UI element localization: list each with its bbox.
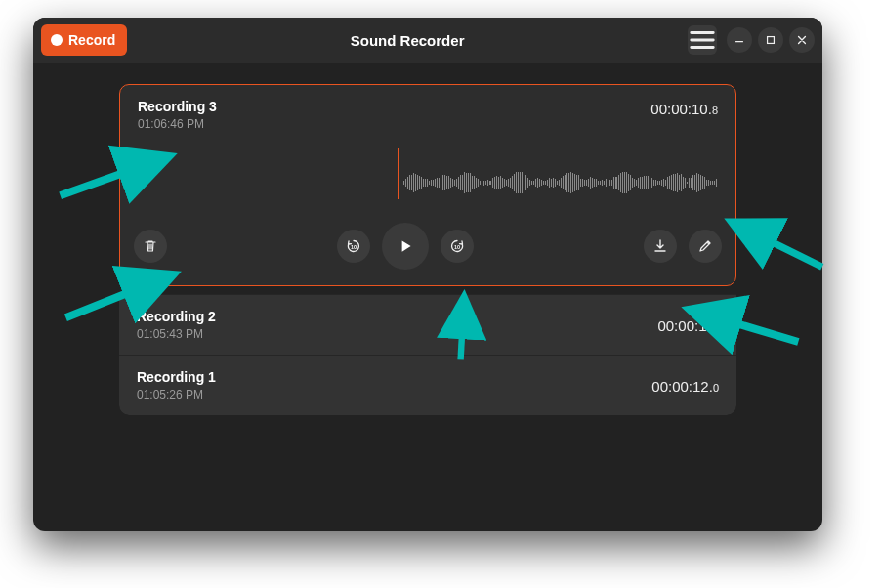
skip-back-10-icon: 10 [346, 238, 361, 254]
record-button[interactable]: Record [41, 24, 127, 56]
skip-back-10-button[interactable]: 10 [337, 230, 370, 263]
recording-duration: 00:00:12.0 [651, 378, 719, 395]
maximize-button[interactable] [758, 27, 783, 53]
app-window: Record Sound Recorder Recording 3 01:06:… [33, 18, 822, 531]
svg-rect-0 [768, 37, 775, 44]
trash-icon [143, 238, 158, 254]
recording-timestamp: 01:06:46 PM [138, 117, 217, 131]
recording-name: Recording 1 [137, 369, 216, 385]
svg-text:10: 10 [454, 244, 460, 250]
waveform-area[interactable] [120, 141, 735, 217]
content-area: Recording 3 01:06:46 PM 00:00:10.8 10 [33, 63, 822, 531]
playhead-indicator [398, 148, 399, 199]
window-title: Sound Recorder [351, 32, 465, 49]
skip-forward-10-icon: 10 [449, 238, 465, 254]
edit-icon [697, 238, 713, 254]
play-button[interactable] [382, 223, 429, 270]
record-button-label: Record [68, 32, 115, 48]
delete-button[interactable] [134, 230, 167, 263]
waveform [403, 170, 718, 195]
recording-name: Recording 2 [137, 309, 216, 324]
recording-timestamp: 01:05:43 PM [137, 327, 216, 341]
recording-item[interactable]: Recording 2 01:05:43 PM 00:00:11. [119, 294, 736, 355]
recording-item[interactable]: Recording 1 01:05:26 PM 00:00:12.0 [119, 355, 736, 415]
recordings-list: Recording 2 01:05:43 PM 00:00:11. Record… [119, 294, 736, 415]
download-icon [652, 238, 668, 254]
menu-icon [688, 25, 717, 55]
playback-controls: 10 10 [120, 217, 735, 285]
hamburger-menu-button[interactable] [688, 25, 717, 55]
recording-name: Recording 3 [138, 99, 217, 114]
record-dot-icon [51, 34, 63, 46]
recording-duration: 00:00:11. [657, 317, 719, 334]
minimize-button[interactable] [727, 27, 752, 53]
minimize-icon [734, 34, 745, 46]
recording-timestamp: 01:05:26 PM [137, 388, 216, 401]
headerbar: Record Sound Recorder [33, 18, 822, 63]
recording-header-row: Recording 3 01:06:46 PM 00:00:10.8 [120, 85, 735, 139]
recording-item-expanded[interactable]: Recording 3 01:06:46 PM 00:00:10.8 10 [119, 84, 736, 286]
close-icon [796, 34, 808, 46]
play-icon [397, 237, 414, 255]
svg-text:10: 10 [351, 244, 357, 250]
rename-button[interactable] [689, 230, 722, 263]
export-button[interactable] [644, 230, 677, 263]
recording-duration: 00:00:10.8 [650, 101, 718, 117]
close-button[interactable] [789, 27, 815, 53]
skip-forward-10-button[interactable]: 10 [440, 230, 474, 263]
maximize-icon [765, 34, 776, 46]
